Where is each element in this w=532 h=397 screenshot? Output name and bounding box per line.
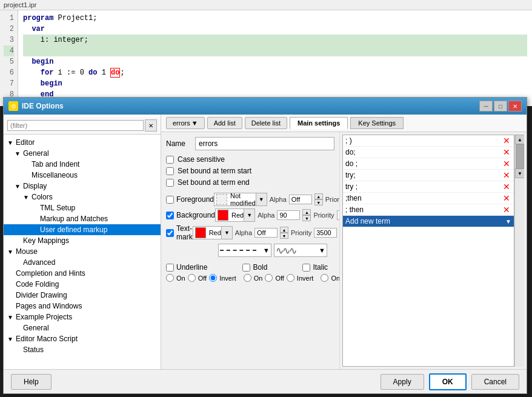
fg-alpha-input[interactable] — [289, 195, 312, 204]
line-style-select-1[interactable]: ▼ — [218, 244, 271, 257]
filter-clear-button[interactable]: ✕ — [145, 119, 157, 132]
close-button[interactable]: ✕ — [508, 101, 522, 112]
scroll-up-arrow[interactable]: ▲ — [515, 135, 524, 144]
fg-alpha-up[interactable]: ▲ — [314, 193, 323, 199]
fg-color-value: Not modified — [229, 192, 256, 207]
bg-alpha-down[interactable]: ▼ — [302, 215, 311, 221]
errors-dropdown[interactable]: errors ▼ — [166, 117, 205, 129]
term-delete-2[interactable]: ✕ — [502, 148, 511, 156]
tree-toggle-editor[interactable]: ▼ — [6, 139, 15, 146]
case-sensitive-checkbox[interactable] — [166, 156, 174, 164]
bold-off-radio[interactable] — [265, 274, 273, 282]
cancel-button[interactable]: Cancel — [471, 374, 519, 390]
tree-item-divider[interactable]: Divider Drawing — [4, 290, 161, 301]
tm-alpha-up[interactable]: ▲ — [280, 227, 288, 233]
tree-item-tml-setup[interactable]: TML Setup — [4, 202, 161, 213]
bg-alpha-input[interactable] — [277, 210, 300, 220]
underline-on-radio[interactable] — [166, 274, 174, 282]
scroll-track[interactable] — [515, 144, 524, 168]
fg-dropdown-arrow[interactable]: ▼ — [256, 193, 267, 205]
textmark-color-select[interactable]: Red ▼ — [193, 226, 233, 239]
delete-list-button[interactable]: Delete list — [245, 117, 287, 129]
editor-tab[interactable]: project1.ipr — [0, 0, 532, 10]
code-content[interactable]: program Project1; var i: integer; begin … — [18, 10, 532, 106]
bg-alpha-up[interactable]: ▲ — [302, 209, 311, 215]
tm-priority-input[interactable] — [314, 228, 337, 238]
ok-button[interactable]: OK — [429, 373, 467, 390]
bold-radio-group: On Off Invert — [244, 274, 314, 282]
minimize-button[interactable]: ─ — [479, 101, 493, 112]
add-list-button[interactable]: Add list — [207, 117, 242, 129]
tree-item-general[interactable]: ▼ General — [4, 148, 161, 159]
terms-list: ; ) ✕ do; ✕ do ; ✕ — [342, 135, 514, 367]
bold-invert-radio[interactable] — [287, 274, 294, 282]
tree-item-pages[interactable]: Pages and Windows — [4, 301, 161, 312]
term-delete-1[interactable]: ✕ — [502, 136, 511, 145]
line-style-select-2[interactable]: ∿∿∿ ▼ — [274, 244, 327, 257]
term-delete-7[interactable]: ✕ — [502, 205, 511, 214]
tree-item-editor[interactable]: ▼ Editor — [4, 137, 161, 148]
underline-checkbox[interactable] — [166, 264, 174, 272]
term-delete-5[interactable]: ✕ — [502, 182, 511, 191]
ubi-labels-row: Underline Bold Italic — [166, 263, 334, 272]
right-panel: errors ▼ Add list Delete list Main setti… — [161, 115, 527, 369]
name-input[interactable] — [195, 137, 334, 150]
fg-alpha-down[interactable]: ▼ — [314, 199, 323, 205]
radio-groups-row: On Off Invert On O — [166, 274, 334, 282]
tree-item-editor-macro[interactable]: ▼ Editor Macro Script — [4, 333, 161, 344]
term-item-6: ;then ✕ — [343, 193, 514, 204]
tab-main-settings[interactable]: Main settings — [290, 117, 348, 129]
apply-button[interactable]: Apply — [381, 374, 424, 390]
dashed-dropdown-arrow: ▼ — [263, 247, 270, 254]
italic-checkbox[interactable] — [302, 264, 310, 272]
scroll-thumb[interactable] — [516, 144, 524, 168]
background-checkbox[interactable] — [166, 212, 174, 219]
fg-alpha-spinner[interactable]: ▲ ▼ — [314, 193, 323, 205]
tree-item-status[interactable]: Status — [4, 344, 161, 355]
underline-off-radio[interactable] — [188, 274, 196, 282]
foreground-color-select[interactable]: Not modified ▼ — [214, 193, 267, 206]
bg-dropdown-arrow[interactable]: ▼ — [244, 209, 254, 221]
tree-item-advanced[interactable]: Advanced — [4, 257, 161, 268]
bg-alpha-spinner[interactable]: ▲ ▼ — [302, 209, 311, 221]
terms-scrollbar[interactable]: ▲ ▼ — [514, 135, 524, 367]
tree-item-colors[interactable]: ▼ Colors — [4, 192, 161, 202]
fg-color-swatch — [216, 194, 227, 205]
term-delete-6[interactable]: ✕ — [502, 194, 511, 202]
bold-on-radio[interactable] — [244, 274, 251, 282]
add-dropdown-arrow[interactable]: ▼ — [505, 218, 511, 225]
tree-item-key-mappings[interactable]: Key Mappings — [4, 235, 161, 246]
tm-dropdown-arrow[interactable]: ▼ — [221, 227, 232, 239]
maximize-button[interactable]: □ — [494, 101, 507, 112]
tree-item-completion[interactable]: Completion and Hints — [4, 268, 161, 279]
tree-item-display[interactable]: ▼ Display — [4, 181, 161, 192]
tm-alpha-input[interactable] — [254, 228, 278, 238]
tree-item-general2[interactable]: General — [4, 322, 161, 333]
tree-item-mouse[interactable]: ▼ Mouse — [4, 246, 161, 257]
set-bound-end-checkbox[interactable] — [166, 179, 174, 187]
italic-on-radio[interactable] — [321, 274, 328, 282]
term-delete-4[interactable]: ✕ — [502, 171, 511, 179]
tree-item-user-defined[interactable]: User defined markup — [4, 224, 161, 235]
textmark-checkbox[interactable] — [166, 229, 174, 237]
tab-key-settings[interactable]: Key Settings — [350, 117, 404, 129]
tree-toggle-general[interactable]: ▼ — [13, 150, 22, 157]
background-color-select[interactable]: Red ▼ — [215, 209, 255, 222]
tm-alpha-down[interactable]: ▼ — [280, 233, 288, 239]
tree-item-example-projects[interactable]: ▼ Example Projects — [4, 312, 161, 322]
foreground-checkbox[interactable] — [166, 196, 174, 204]
set-bound-start-checkbox[interactable] — [166, 167, 174, 175]
term-delete-3[interactable]: ✕ — [502, 159, 511, 168]
tree-item-tab-indent[interactable]: Tab and Indent — [4, 159, 161, 170]
bold-checkbox[interactable] — [242, 264, 250, 272]
help-button[interactable]: Help — [11, 374, 52, 390]
underline-invert-radio[interactable] — [209, 274, 217, 282]
scroll-down-arrow[interactable]: ▼ — [515, 168, 524, 178]
bg-color-value: Red — [230, 212, 244, 219]
tree-item-markup-matches[interactable]: Markup and Matches — [4, 213, 161, 224]
add-new-term[interactable]: Add new term ▼ — [343, 216, 514, 227]
tree-item-code-folding[interactable]: Code Folding — [4, 279, 161, 290]
tm-alpha-spinner[interactable]: ▲ ▼ — [280, 227, 288, 239]
tree-item-misc[interactable]: Miscellaneous — [4, 170, 161, 181]
filter-input[interactable] — [7, 120, 144, 131]
